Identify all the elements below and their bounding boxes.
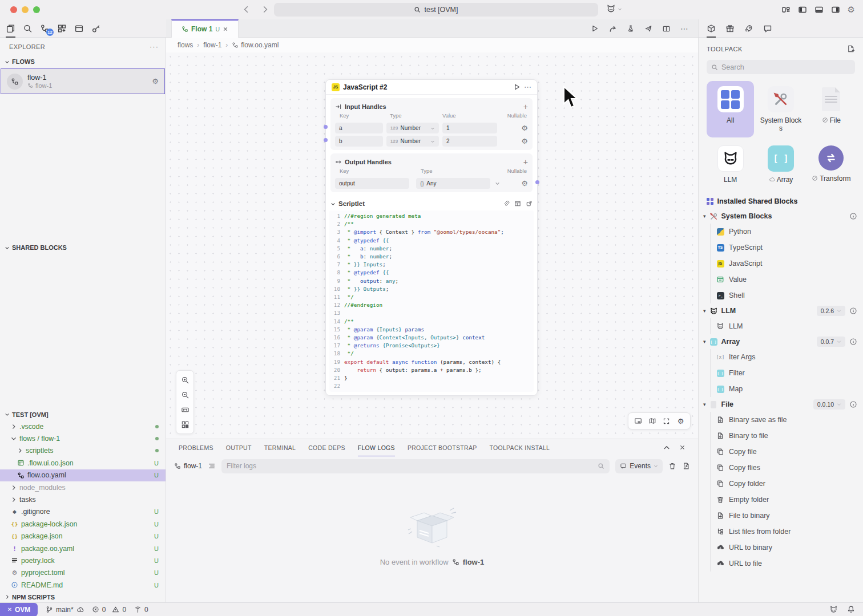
flow-card-flow-1[interactable]: flow-1 flow-1 ⚙ xyxy=(1,68,165,94)
table-view-icon[interactable] xyxy=(514,200,521,207)
export-logs-icon[interactable] xyxy=(682,462,690,470)
panel-tab-problems[interactable]: PROBLEMS xyxy=(179,439,213,456)
version-select[interactable]: 0.0.10 xyxy=(813,399,845,410)
block-item-iter-args[interactable]: [x]Iter Args xyxy=(716,349,857,365)
block-item-llm[interactable]: LLM xyxy=(716,318,857,334)
block-item-typescript[interactable]: TSTypeScript xyxy=(716,240,857,256)
key-field[interactable]: b xyxy=(335,136,383,147)
clear-logs-icon[interactable] xyxy=(668,462,676,470)
node-header[interactable]: JS JavaScript #2 ⋯ xyxy=(326,80,537,95)
tab-flow-1[interactable]: Flow 1 U xyxy=(171,19,239,38)
toggle-bottom-panel-icon[interactable] xyxy=(814,5,824,14)
code-editor[interactable]: 1//#region generated meta2/**3 * @import… xyxy=(329,210,534,392)
llm-model-picker[interactable] xyxy=(606,4,622,14)
blocks-activity-icon[interactable] xyxy=(57,19,67,38)
zoom-window-button[interactable] xyxy=(33,6,40,13)
key-field[interactable]: a xyxy=(335,123,383,133)
npm-scripts-header[interactable]: NPM SCRIPTS xyxy=(0,591,166,603)
toolpack-search-input[interactable]: Search xyxy=(707,60,855,74)
block-item-copy-flies[interactable]: Copy flies xyxy=(716,460,857,476)
tree-item-node-modules[interactable]: node_modules xyxy=(0,481,166,493)
tree-item--flow-ui-oo-json[interactable]: .flow.ui.oo.jsonU xyxy=(0,457,166,469)
block-item-map[interactable]: [ ]Map xyxy=(716,381,857,397)
info-icon[interactable] xyxy=(849,212,857,220)
info-icon[interactable] xyxy=(849,400,857,408)
input-handle-dot-a[interactable] xyxy=(324,125,328,129)
panel-tab-toolpack-install[interactable]: TOOLPACK INSTALL xyxy=(490,439,550,456)
picture-in-picture-icon[interactable] xyxy=(631,414,645,428)
group-header-array[interactable]: ▾ [ ] Array 0.0.7 xyxy=(703,334,857,349)
toggle-left-panel-icon[interactable] xyxy=(798,5,807,14)
fullscreen-icon[interactable] xyxy=(659,414,674,428)
value-field[interactable]: 1 xyxy=(442,123,497,133)
minimap-icon[interactable] xyxy=(645,414,659,428)
block-item-javascript[interactable]: JSJavaScript xyxy=(716,256,857,271)
open-external-icon[interactable] xyxy=(526,200,533,207)
output-handle-dot[interactable] xyxy=(535,180,539,184)
tree-item-flow-oo-yaml[interactable]: flow.oo.yamlU xyxy=(0,469,166,481)
toolpack-panel-icon[interactable] xyxy=(707,19,716,38)
toolpack-tile-transform[interactable]: Transform xyxy=(808,140,855,188)
package-panel-icon[interactable] xyxy=(725,19,735,38)
ovm-status-badge[interactable]: ✕ OVM xyxy=(0,603,38,616)
shared-blocks-section-header[interactable]: SHARED BLOCKS xyxy=(5,244,67,251)
llm-cat-icon[interactable] xyxy=(829,605,838,614)
close-panel-icon[interactable] xyxy=(679,444,685,451)
block-item-copy-file[interactable]: Copy file xyxy=(716,444,857,460)
value-field[interactable]: 2 xyxy=(442,136,497,147)
chevron-down-icon[interactable] xyxy=(330,201,336,206)
handle-settings-gear-icon[interactable]: ⚙ xyxy=(521,137,528,145)
key-activity-icon[interactable] xyxy=(91,19,101,38)
close-tab-icon[interactable] xyxy=(223,26,228,32)
toolpack-tile-llm[interactable]: LLM xyxy=(707,140,754,188)
type-select[interactable]: 123Number xyxy=(386,136,439,147)
window-layout-icon[interactable] xyxy=(781,5,791,14)
attach-icon[interactable] xyxy=(503,200,510,207)
toolpack-tile-all[interactable]: All xyxy=(707,81,754,137)
new-toolpack-icon[interactable] xyxy=(846,44,855,53)
panel-tab-flow-logs[interactable]: FLOW LOGS xyxy=(358,439,395,456)
block-item-copy-folder[interactable]: Copy folder xyxy=(716,476,857,492)
tree-item-tasks[interactable]: tasks xyxy=(0,493,166,505)
settings-gear-icon[interactable]: ⚙ xyxy=(848,5,855,15)
close-window-button[interactable] xyxy=(10,6,17,13)
tree-item-readme-md[interactable]: README.mdU xyxy=(0,579,166,591)
block-item-binary-save-as-file[interactable]: Binary save as file xyxy=(716,412,857,428)
forward-icon[interactable] xyxy=(261,5,269,14)
add-input-handle-button[interactable]: + xyxy=(523,102,528,111)
group-header-system-blocks[interactable]: ▾ System Blocks xyxy=(703,209,857,224)
split-editor-icon[interactable] xyxy=(662,25,671,33)
rocket-panel-icon[interactable] xyxy=(744,19,753,38)
version-select[interactable]: 0.0.7 xyxy=(817,337,845,347)
tree-item-package-json[interactable]: {}package.jsonU xyxy=(0,530,166,542)
tree-item-flows-flow-1[interactable]: flows / flow-1 xyxy=(0,432,166,444)
zoom-in-icon[interactable] xyxy=(178,372,192,387)
log-flow-selector[interactable]: flow-1 xyxy=(174,462,202,470)
panel-tab-terminal[interactable]: TERMINAL xyxy=(264,439,296,456)
add-output-handle-button[interactable]: + xyxy=(523,157,528,167)
breadcrumb-item-flow-1[interactable]: flow-1 xyxy=(203,41,221,49)
key-field[interactable]: output xyxy=(335,178,409,189)
breadcrumb-item-flow-oo-yaml[interactable]: flow.oo.yaml xyxy=(232,41,279,49)
log-list-icon[interactable] xyxy=(208,462,216,470)
search-activity-icon[interactable] xyxy=(23,19,33,38)
back-icon[interactable] xyxy=(242,5,251,14)
block-item-shell[interactable]: >_Shell xyxy=(716,287,857,303)
info-icon[interactable] xyxy=(849,307,857,315)
type-select[interactable]: {}Any xyxy=(416,178,490,189)
command-center-search[interactable]: test [OVM] xyxy=(274,3,598,17)
type-select[interactable]: 123Number xyxy=(386,123,439,133)
maximize-panel-icon[interactable] xyxy=(663,444,670,451)
toolpack-tile-system-blocks[interactable]: System Blocks xyxy=(757,81,804,137)
breadcrumb-item-flows[interactable]: flows xyxy=(178,41,193,49)
chat-panel-icon[interactable] xyxy=(763,19,772,38)
version-select[interactable]: 0.2.6 xyxy=(817,306,845,316)
block-item-binary-to-file[interactable]: Binary to file xyxy=(716,428,857,444)
canvas-settings-gear-icon[interactable]: ⚙ xyxy=(674,414,688,428)
more-actions-icon[interactable]: ⋯ xyxy=(680,24,689,33)
panel-tab-output[interactable]: OUTPUT xyxy=(226,439,252,456)
info-icon[interactable] xyxy=(849,338,857,346)
block-item-file-to-binary[interactable]: File to binary xyxy=(716,508,857,524)
chevron-down-icon[interactable] xyxy=(495,181,500,186)
panel-tab-code-deps[interactable]: CODE DEPS xyxy=(308,439,345,456)
